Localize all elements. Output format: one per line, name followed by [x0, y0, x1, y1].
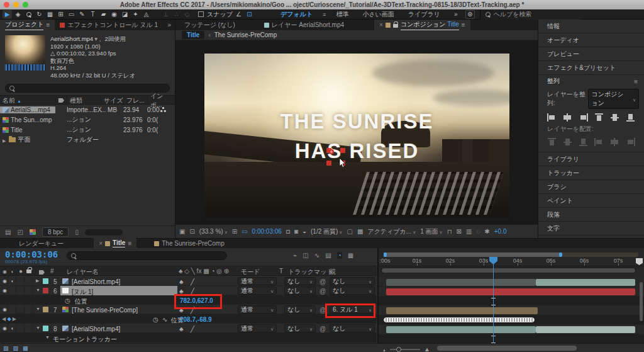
breadcrumb-current[interactable]: Title	[182, 31, 204, 39]
pan-behind-tool[interactable]: ⊞	[56, 10, 65, 19]
number-column[interactable]: #	[50, 268, 54, 275]
timeline-button-icon[interactable]: ⊠	[457, 228, 462, 235]
label-column-icon[interactable]	[39, 270, 45, 275]
workspace-tab-small-screen[interactable]: 小さい画面	[356, 10, 400, 19]
tab-effect-controls[interactable]: エフェクトコントロール ヌル 1	[55, 20, 163, 30]
camera-tool[interactable]: ▦	[45, 10, 55, 19]
shy-switch[interactable]: ♣	[179, 288, 184, 295]
column-size[interactable]: サイズ	[101, 96, 123, 105]
distribute-bottom-button[interactable]	[579, 138, 588, 146]
align-left-button[interactable]	[547, 113, 557, 122]
shy-switch[interactable]: ♣	[179, 326, 184, 332]
eraser-tool[interactable]: ◪	[120, 10, 130, 19]
pen-tool[interactable]: ✎	[77, 10, 87, 19]
distribute-horizontal-center-button[interactable]	[610, 138, 619, 146]
frame-blending-icon[interactable]: ▤	[325, 252, 331, 259]
horizontal-scrollbar[interactable]	[437, 346, 577, 351]
distribute-vertical-center-button[interactable]	[563, 138, 572, 146]
reset-exposure-icon[interactable]: ◌	[476, 228, 480, 235]
parent-pickwhip-icon[interactable]: @	[319, 288, 326, 295]
tab-timeline-precomp[interactable]: The Sunrise-PreComp	[149, 238, 229, 249]
brush-tool[interactable]: ▰	[99, 10, 108, 19]
panel-tab-tracker[interactable]: トラッカー	[538, 166, 644, 180]
layer-name-column[interactable]: レイヤー名	[67, 268, 99, 276]
panel-menu-icon[interactable]	[462, 21, 465, 28]
channel-icon[interactable]: ◒	[303, 228, 306, 235]
parent-dropdown[interactable]: なし	[330, 277, 375, 285]
lock-icon[interactable]	[393, 24, 398, 28]
keyframes-bar[interactable]	[384, 317, 535, 322]
hand-tool[interactable]: ◈	[13, 10, 23, 19]
distribute-right-button[interactable]	[626, 138, 635, 146]
mode-column[interactable]: モード	[241, 268, 260, 276]
transparency-grid-icon[interactable]: ▩	[357, 228, 363, 235]
zoom-in-icon[interactable]	[424, 346, 430, 352]
region-of-interest-icon[interactable]: ▭	[242, 228, 247, 235]
rotation-tool[interactable]: ↻	[35, 10, 44, 19]
blend-mode-dropdown[interactable]: 通常	[238, 324, 277, 332]
tab-layer[interactable]: レイヤー AerialShort.mp4	[259, 20, 349, 30]
t-column[interactable]: T	[279, 268, 283, 275]
expand-transfer-controls-icon[interactable]: ▨	[13, 345, 19, 351]
exposure-value[interactable]: +0.0	[494, 228, 507, 235]
breadcrumb-parent[interactable]: The Sunrise-PreComp	[214, 31, 277, 38]
blend-mode-dropdown[interactable]: 通常	[238, 287, 277, 295]
timeline-search-input[interactable]	[67, 251, 227, 260]
hide-shy-layers-icon[interactable]: ∿	[314, 252, 319, 259]
current-timecode[interactable]: 0:00:03:06	[0, 250, 58, 259]
workspace-menu-icon[interactable]	[320, 11, 328, 18]
viewer-timecode[interactable]: 0:00:03:06	[252, 228, 282, 235]
panel-menu-icon[interactable]	[46, 21, 50, 28]
track-matte-column[interactable]: トラックマット	[288, 268, 333, 276]
work-area-track[interactable]	[384, 253, 638, 257]
tab-project[interactable]: プロジェクト	[0, 20, 55, 30]
collapse-arrow-icon[interactable]: ▼	[36, 307, 40, 311]
layer-bar-precomp[interactable]	[386, 307, 538, 314]
panel-overflow-button[interactable]: »	[164, 21, 175, 28]
camera-dropdown[interactable]: アクティブカ...	[367, 227, 416, 236]
new-folder-icon[interactable]: ◰	[17, 229, 23, 236]
snapshot-icon[interactable]: ◘	[286, 228, 290, 235]
shape-tool[interactable]: ▭	[67, 10, 76, 19]
layer-bar-aerialshort-8[interactable]	[386, 326, 536, 333]
tab-composition[interactable]: コンポジション Title	[374, 20, 470, 30]
panel-tab-audio[interactable]: オーディオ	[538, 33, 644, 47]
track-matte-dropdown[interactable]: なし	[284, 324, 316, 332]
solo-column-icon[interactable]: ●	[19, 268, 23, 275]
time-ruler[interactable]: :00s 01s 02s 03s 04s 05s 06s 07s	[379, 257, 644, 266]
collapse-arrow-icon[interactable]: ▼	[45, 335, 50, 339]
primary-viewer-icon[interactable]: ⊡	[189, 228, 194, 235]
table-row[interactable]: AerialS....mp4 Importe...EX ... MB 23.94…	[0, 105, 175, 115]
track-matte-dropdown[interactable]: なし	[284, 287, 316, 295]
expand-layer-switches-icon[interactable]: ▧	[3, 345, 9, 351]
panel-tab-paint[interactable]: ペイント	[538, 194, 644, 208]
composition-stage[interactable]: THE SUNRISE HAS RISED	[175, 40, 538, 224]
layer-label-chip[interactable]	[43, 288, 48, 293]
panel-tab-paragraph[interactable]: 段落	[538, 208, 644, 222]
align-vertical-center-button[interactable]	[610, 113, 619, 122]
parent-dropdown[interactable]: なし	[330, 287, 375, 295]
parent-pickwhip-icon[interactable]: @	[319, 326, 326, 332]
align-bottom-button[interactable]	[626, 113, 635, 122]
new-composition-icon[interactable]	[30, 229, 36, 235]
layer-bar-aerialshort-8-tail[interactable]	[536, 326, 635, 333]
work-area-bar[interactable]	[384, 253, 561, 257]
quality-switch[interactable]: ╱	[191, 326, 194, 332]
position-value[interactable]: 208.7,-68.9	[180, 316, 212, 323]
collapse-arrow-icon[interactable]: ▼	[36, 288, 40, 292]
panel-tab-preview[interactable]: プレビュー	[538, 47, 644, 61]
mask-target-icon[interactable]: ⊡	[245, 10, 254, 19]
column-fps[interactable]: フレ...	[123, 96, 147, 105]
parent-dropdown[interactable]: なし	[330, 324, 375, 332]
view-layout-dropdown[interactable]: 1 画面	[420, 227, 442, 236]
type-tool[interactable]: T	[88, 10, 97, 19]
expand-in-out-icon[interactable]: ▩	[23, 345, 28, 351]
pixel-aspect-icon[interactable]: ⊓	[447, 228, 452, 235]
snap-checkbox[interactable]	[198, 11, 204, 17]
shy-switch[interactable]: ♣	[179, 278, 184, 285]
work-area-end-handle[interactable]	[559, 253, 562, 257]
property-row[interactable]: ◀ ◆ ▶ ◷ ∿ 位置 208.7,-68.9	[0, 314, 377, 324]
stopwatch-icon[interactable]: ◷	[153, 316, 158, 323]
layer-label-chip[interactable]	[43, 326, 48, 331]
layer-label-chip[interactable]	[43, 307, 48, 312]
